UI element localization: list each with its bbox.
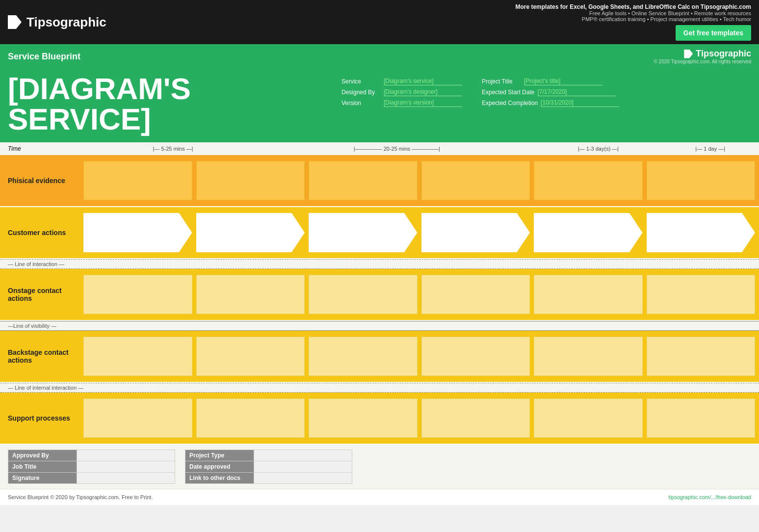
top-header: Tipsographic More templates for Excel, G… (0, 0, 759, 44)
logo-text: Tipsographic (26, 15, 106, 30)
line-of-visibility: —Line of visibility — (0, 321, 759, 331)
signature-label: Signature (8, 473, 77, 484)
support-cell-1[interactable] (83, 399, 192, 438)
job-title-label: Job Title (8, 461, 77, 473)
ca-arrow-4[interactable] (421, 213, 530, 252)
support-cell-5[interactable] (534, 399, 643, 438)
time-segment-1: |— 5-25 mins —| (83, 146, 262, 152)
ca-arrow-2[interactable] (196, 213, 305, 252)
pe-cell-2[interactable] (196, 161, 305, 200)
customer-actions-cells (83, 207, 759, 258)
table-row: Job Title (8, 461, 175, 473)
ca-arrow-3[interactable] (309, 213, 418, 252)
backstage-cell-2[interactable] (196, 337, 305, 376)
line-of-internal-interaction: — Line of internal interaction — (0, 383, 759, 393)
meta-service: Service [Diagram's service] (341, 78, 462, 85)
ca-arrow-1[interactable] (83, 213, 192, 252)
onstage-cell-6[interactable] (647, 275, 756, 314)
footer-left-text: Service Blueprint © 2020 by Tipsographic… (8, 494, 153, 500)
signature-value[interactable] (77, 473, 175, 484)
link-docs-label: Link to other docs (185, 473, 254, 484)
project-type-label: Project Type (185, 450, 254, 461)
meta-project-title: Project Title [Project's title] (482, 78, 619, 85)
onstage-cell-1[interactable] (83, 275, 192, 314)
logo-icon (8, 15, 22, 29)
physical-evidence-cells (83, 155, 759, 206)
link-docs-value[interactable] (254, 473, 352, 484)
backstage-cell-3[interactable] (309, 337, 418, 376)
tagline: More templates for Excel, Google Sheets,… (515, 3, 751, 10)
table-row: Link to other docs (185, 473, 352, 484)
support-cell-6[interactable] (647, 399, 756, 438)
meta-col-left: Service [Diagram's service] Designed By … (341, 78, 462, 107)
time-segment-4: |— 1 day —| (665, 146, 755, 152)
table-row: Project Type (185, 450, 352, 461)
time-row: Time |— 5-25 mins —| |————— 20-25 mins —… (0, 142, 759, 155)
project-type-value[interactable] (254, 450, 352, 461)
customer-actions-label: Customer actions (0, 207, 83, 258)
table-row: Date approved (185, 461, 352, 473)
time-segment-4-label: |— 1 day —| (692, 146, 728, 152)
footer-link[interactable]: tipsographic.com/.../free-download (669, 494, 751, 500)
backstage-cell-5[interactable] (534, 337, 643, 376)
pe-cell-4[interactable] (421, 161, 530, 200)
date-approved-value[interactable] (254, 461, 352, 473)
support-row: Support processes (0, 393, 759, 445)
backstage-row: Backstage contact actions (0, 331, 759, 383)
onstage-cell-2[interactable] (196, 275, 305, 314)
time-segment-3-label: |— 1-3 day(s) —| (575, 146, 622, 152)
table-row: Approved By (8, 450, 175, 461)
time-segment-3: |— 1-3 day(s) —| (531, 146, 666, 152)
support-cell-4[interactable] (421, 399, 530, 438)
banner-copyright: © 2020 Tipsographic.com. All rights rese… (654, 59, 751, 64)
pe-cell-3[interactable] (309, 161, 418, 200)
meta-completion: Expected Completion [10/31/2020] (482, 99, 619, 107)
banner-logo-icon (684, 50, 693, 58)
banner-title: Service Blueprint (8, 52, 80, 62)
support-cell-2[interactable] (196, 399, 305, 438)
onstage-cell-3[interactable] (309, 275, 418, 314)
table-row: Signature (8, 473, 175, 484)
time-segment-1-label: |— 5-25 mins —| (150, 146, 196, 152)
meta-start-date: Expected Start Date [7/17/2020] (482, 88, 619, 96)
backstage-cells (83, 331, 759, 382)
pe-cell-6[interactable] (647, 161, 756, 200)
meta-version: Version [Diagram's version] (341, 99, 462, 107)
backstage-cell-6[interactable] (647, 337, 756, 376)
meta-col-right: Project Title [Project's title] Expected… (482, 78, 619, 107)
pe-cell-5[interactable] (534, 161, 643, 200)
banner-logo-text: Tipsographic (696, 49, 751, 59)
job-title-value[interactable] (77, 461, 175, 473)
main-content: Time |— 5-25 mins —| |————— 20-25 mins —… (0, 142, 759, 489)
onstage-cell-4[interactable] (421, 275, 530, 314)
support-label: Support processes (0, 393, 83, 444)
onstage-cell-5[interactable] (534, 275, 643, 314)
date-approved-label: Date approved (185, 461, 254, 473)
onstage-label: Onstage contact actions (0, 269, 83, 320)
meta-row: [DIAGRAM'S SERVICE] Service [Diagram's s… (0, 69, 759, 142)
backstage-cell-4[interactable] (421, 337, 530, 376)
onstage-row: Onstage contact actions (0, 269, 759, 321)
meta-fields: Service [Diagram's service] Designed By … (341, 74, 751, 107)
green-banner: Service Blueprint Tipsographic © 2020 Ti… (0, 44, 759, 69)
physical-evidence-label: Phisical evidence (0, 155, 83, 206)
approved-by-value[interactable] (77, 450, 175, 461)
onstage-cells (83, 269, 759, 320)
time-segment-2: |————— 20-25 mins —————| (262, 146, 531, 152)
ca-arrow-5[interactable] (534, 213, 643, 252)
logo-area: Tipsographic (8, 15, 106, 30)
pe-cell-1[interactable] (83, 161, 192, 200)
time-label: Time (0, 145, 83, 152)
diagram-title: [DIAGRAM'S SERVICE] (8, 74, 341, 134)
meta-designed-by: Designed By [Diagram's designer] (341, 88, 462, 96)
backstage-cell-1[interactable] (83, 337, 192, 376)
physical-evidence-row: Phisical evidence (0, 155, 759, 207)
banner-logo-area: Tipsographic © 2020 Tipsographic.com. Al… (654, 49, 751, 64)
get-templates-button[interactable]: Get free templates (676, 25, 751, 41)
time-segments: |— 5-25 mins —| |————— 20-25 mins —————|… (83, 146, 759, 152)
support-cell-3[interactable] (309, 399, 418, 438)
time-segment-2-label: |————— 20-25 mins —————| (351, 146, 443, 152)
ca-arrow-6[interactable] (647, 213, 756, 252)
footer-table-section: Approved By Job Title Signature Project … (0, 445, 759, 489)
support-cells (83, 393, 759, 444)
